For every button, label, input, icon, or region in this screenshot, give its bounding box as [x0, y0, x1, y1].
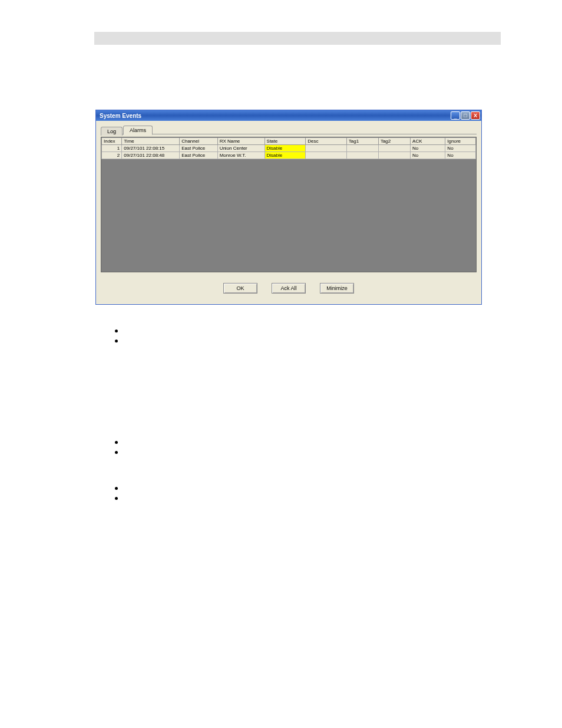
col-ack[interactable]: ACK	[411, 138, 445, 145]
cell-tag2	[378, 152, 410, 159]
window-body: Log Alarms Index Time Channel RX Name St…	[96, 121, 481, 304]
cell-state: Disable	[265, 152, 306, 159]
bullet-icon	[115, 340, 118, 342]
cell-tag1	[346, 145, 378, 152]
cell-channel: East Police	[180, 145, 217, 152]
cell-time: 09/27/101 22:08:15	[122, 145, 180, 152]
window-title: System Events	[100, 113, 141, 119]
alarms-table-area: Index Time Channel RX Name State Desc Ta…	[101, 137, 477, 272]
cell-desc	[306, 145, 347, 152]
table-row[interactable]: 2 09/27/101 22:08:48 East Police Monroe …	[102, 152, 476, 159]
bullet-icon	[115, 330, 118, 332]
cell-rxname: Union Center	[217, 145, 265, 152]
cell-rxname: Monroe W.T.	[217, 152, 265, 159]
col-ignore[interactable]: Ignore	[445, 138, 476, 145]
button-row: OK Ack All Minimize	[101, 272, 477, 299]
bullet-icon	[115, 487, 118, 490]
maximize-icon[interactable]: □	[461, 111, 470, 120]
top-gray-bar	[94, 32, 501, 45]
table-row[interactable]: 1 09/27/101 22:08:15 East Police Union C…	[102, 145, 476, 152]
bullet-list-3	[115, 487, 118, 507]
cell-tag1	[346, 152, 378, 159]
cell-index: 1	[102, 145, 122, 152]
col-index[interactable]: Index	[102, 138, 122, 145]
col-time[interactable]: Time	[122, 138, 180, 145]
bullet-icon	[115, 497, 118, 500]
col-tag1[interactable]: Tag1	[346, 138, 378, 145]
cell-channel: East Police	[180, 152, 217, 159]
col-desc[interactable]: Desc	[306, 138, 347, 145]
tab-log[interactable]: Log	[101, 127, 123, 136]
cell-tag2	[378, 145, 410, 152]
minimize-icon[interactable]: _	[451, 111, 460, 120]
cell-time: 09/27/101 22:08:48	[122, 152, 180, 159]
cell-ack: No	[411, 152, 445, 159]
cell-desc	[306, 152, 347, 159]
cell-state: Disable	[265, 145, 306, 152]
titlebar[interactable]: System Events _ □ X	[96, 110, 481, 121]
close-icon[interactable]: X	[471, 111, 480, 120]
col-rxname[interactable]: RX Name	[217, 138, 265, 145]
ok-button[interactable]: OK	[223, 283, 257, 294]
bullet-icon	[115, 441, 118, 444]
table-header-row: Index Time Channel RX Name State Desc Ta…	[102, 138, 476, 145]
col-tag2[interactable]: Tag2	[378, 138, 410, 145]
cell-ignore: No	[445, 152, 476, 159]
minimize-button[interactable]: Minimize	[320, 283, 354, 294]
system-events-window: System Events _ □ X Log Alarms Index Tim…	[95, 110, 482, 305]
cell-index: 2	[102, 152, 122, 159]
bullet-list-2	[115, 441, 118, 461]
col-state[interactable]: State	[265, 138, 306, 145]
cell-ignore: No	[445, 145, 476, 152]
ack-all-button[interactable]: Ack All	[272, 283, 306, 294]
titlebar-controls: _ □ X	[451, 111, 480, 120]
alarms-table: Index Time Channel RX Name State Desc Ta…	[101, 137, 476, 159]
bullet-icon	[115, 451, 118, 454]
bullet-list-1	[115, 330, 118, 350]
cell-ack: No	[411, 145, 445, 152]
tabs: Log Alarms	[101, 126, 477, 134]
tab-alarms[interactable]: Alarms	[123, 126, 153, 135]
col-channel[interactable]: Channel	[180, 138, 217, 145]
